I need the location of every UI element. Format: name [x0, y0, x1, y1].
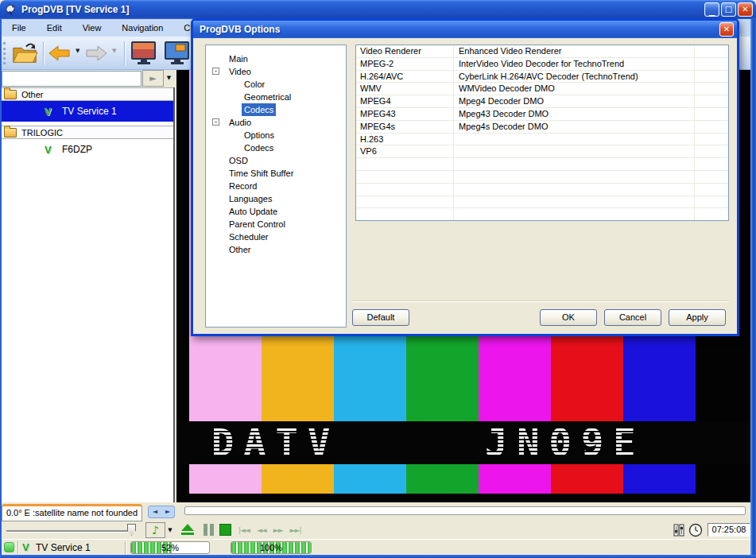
expand-toggle-icon[interactable]: - — [212, 68, 219, 75]
codec-row[interactable]: MPEG4Mpeg4 Decoder DMO — [356, 95, 728, 108]
expand-toggle-icon[interactable]: - — [212, 118, 219, 126]
back-dropdown-icon[interactable]: ▼ — [76, 48, 79, 54]
tree-item[interactable]: Parent Control — [206, 218, 346, 231]
codec-format-cell: MPEG-2 — [356, 58, 454, 70]
play-channel-button[interactable]: ► — [142, 70, 164, 87]
channel-group-header[interactable]: TRILOGIC — [0, 126, 173, 139]
channel-v-icon: V — [45, 145, 55, 155]
transport-controls: ♪ ▼ |◄◄ ◄◄ ►► ►►| 07:25:08 — [0, 521, 750, 539]
signal-quality-bar: 100% — [231, 541, 312, 554]
tree-item[interactable]: Color — [206, 78, 346, 91]
codec-row-empty[interactable] — [356, 196, 728, 209]
default-button[interactable]: Default — [352, 309, 409, 326]
search-dropdown-icon[interactable]: ▼ — [164, 70, 174, 87]
rewind-button[interactable]: ◄◄ — [257, 526, 266, 534]
codec-format-cell: MPEG4 — [356, 95, 454, 107]
codec-row[interactable]: H.263 — [356, 134, 728, 146]
tree-item[interactable]: Languages — [206, 192, 346, 205]
tree-item-label: Record — [229, 180, 257, 192]
tree-item[interactable]: Time Shift Buffer — [206, 167, 346, 180]
tab-scroll-right-button[interactable]: ► — [161, 506, 174, 517]
window-border-right — [750, 19, 756, 555]
tree-item[interactable]: -Audio — [206, 116, 346, 129]
satellite-tab[interactable]: 0.0° E :satellite name not founded — [2, 504, 142, 521]
tree-item-label: Video — [229, 65, 251, 78]
title-bar[interactable]: ProgDVB [TV Service 1] ▁ □ ✕ — [0, 0, 756, 19]
codec-row[interactable]: WMVWMVideo Decoder DMO — [356, 83, 728, 95]
tree-item-label: Color — [244, 78, 265, 91]
group-label: Other — [21, 90, 44, 99]
skip-end-button[interactable]: ►►| — [290, 526, 301, 534]
channel-search-input[interactable] — [2, 71, 142, 87]
status-bar: V TV Service 1 52% 100% — [0, 539, 750, 555]
menu-item-edit[interactable]: Edit — [37, 19, 72, 37]
channel-v-icon: V — [45, 107, 55, 117]
codec-row[interactable]: H.264/AVCCyberLink H.264/AVC Decoder (Te… — [356, 71, 728, 83]
audio-track-dropdown-icon[interactable]: ▼ — [165, 522, 175, 538]
minimize-button[interactable]: ▁ — [704, 2, 719, 17]
window-border-bottom — [0, 555, 756, 558]
codec-row-empty[interactable] — [356, 184, 728, 196]
skip-start-button[interactable]: |◄◄ — [238, 526, 250, 534]
codec-row[interactable]: MPEG-2InterVideo Video Decoder for Techn… — [356, 58, 728, 71]
codec-row-empty[interactable] — [356, 208, 728, 221]
volume-slider[interactable] — [6, 530, 132, 532]
back-button[interactable] — [46, 39, 73, 68]
fast-forward-button[interactable]: ►► — [273, 526, 283, 534]
cancel-button[interactable]: Cancel — [604, 309, 661, 326]
open-channel-list-button[interactable] — [10, 39, 40, 68]
clock-icon[interactable] — [688, 523, 703, 537]
maximize-button[interactable]: □ — [721, 2, 736, 17]
open-folder-icon — [11, 41, 38, 65]
channel-item[interactable]: VTV Service 1 — [0, 101, 173, 122]
codec-row[interactable]: MPEG4sMpeg4s Decoder DMO — [356, 121, 728, 134]
close-button[interactable]: ✕ — [738, 2, 753, 17]
tree-item[interactable]: Codecs — [206, 141, 346, 154]
volume-slider-thumb[interactable] — [127, 524, 136, 536]
seek-bar[interactable] — [184, 506, 746, 515]
codec-row[interactable]: MPEG43Mpeg43 Decoder DMO — [356, 108, 728, 121]
audio-track-button[interactable]: ♪ — [145, 522, 165, 538]
dialog-title-bar[interactable]: ProgDVB Options — [193, 21, 737, 38]
codec-format-cell: Video Renderer — [356, 45, 454, 57]
eject-button[interactable] — [181, 524, 194, 536]
tree-item[interactable]: Codecs — [206, 103, 346, 116]
menu-item-view[interactable]: View — [72, 19, 112, 37]
tree-item[interactable]: Scheduler — [206, 231, 346, 243]
channel-group-header[interactable]: Other — [0, 87, 173, 101]
codec-row-empty[interactable] — [356, 158, 728, 171]
codec-decoder-cell: Mpeg4s Decoder DMO — [454, 121, 695, 133]
dialog-close-button[interactable]: ✕ — [719, 22, 734, 37]
mixer-icon[interactable] — [673, 524, 685, 537]
toolbar-grip[interactable] — [3, 42, 6, 64]
pause-button[interactable] — [204, 524, 214, 536]
current-channel-label: TV Service 1 — [36, 540, 91, 556]
windowed-tv-button[interactable] — [162, 39, 192, 68]
ok-button[interactable]: OK — [540, 309, 597, 326]
menu-item-file[interactable]: File — [2, 19, 37, 37]
tree-item[interactable]: OSD — [206, 154, 346, 167]
channel-item[interactable]: VF6DZP — [0, 139, 173, 160]
fullscreen-tv-button[interactable] — [129, 39, 159, 68]
apply-button[interactable]: Apply — [669, 309, 726, 326]
tab-scroll-left-button[interactable]: ◄ — [149, 506, 161, 517]
tree-item[interactable]: -Video — [206, 65, 346, 78]
codec-extra-cell — [695, 134, 728, 145]
codec-row[interactable]: VP6 — [356, 145, 728, 158]
tree-item[interactable]: Main — [206, 52, 346, 65]
tv-fullscreen-icon — [130, 41, 157, 66]
forward-button[interactable] — [83, 39, 110, 68]
close-icon: ✕ — [742, 5, 748, 14]
tree-item[interactable]: Options — [206, 129, 346, 141]
video-overlay-text-left: DATV — [211, 423, 339, 463]
forward-dropdown-icon[interactable]: ▼ — [112, 48, 116, 54]
codec-row-empty[interactable] — [356, 171, 728, 184]
codec-row[interactable]: Video RendererEnhanced Video Renderer — [356, 45, 728, 58]
tree-item[interactable]: Geometrical — [206, 91, 346, 103]
stop-button[interactable] — [219, 524, 231, 536]
tree-item[interactable]: Other — [206, 243, 346, 256]
video-overlay-text-right: JN09E — [485, 423, 645, 463]
tree-item[interactable]: Record — [206, 180, 346, 192]
tree-item[interactable]: Auto Update — [206, 205, 346, 218]
menu-item-navigation[interactable]: Navigation — [111, 19, 173, 37]
